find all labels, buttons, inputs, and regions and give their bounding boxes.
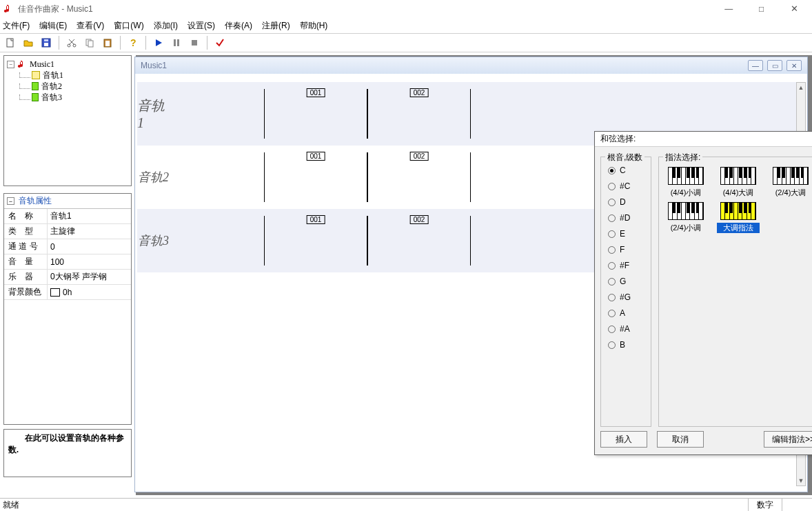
menu-edit[interactable]: 编辑(E) xyxy=(39,20,67,32)
stop-button[interactable] xyxy=(187,35,202,50)
help-button[interactable]: ? xyxy=(125,35,141,50)
dialog-title: 和弦选择: xyxy=(600,133,636,145)
maximize-button[interactable]: □ xyxy=(747,1,777,17)
new-button[interactable] xyxy=(3,35,18,50)
properties-title: 音轨属性 xyxy=(19,195,52,207)
root-radio-sharpG[interactable]: #G xyxy=(608,292,645,302)
measure[interactable]: 001 xyxy=(264,152,367,202)
radio-label: #F xyxy=(620,261,629,270)
root-radio-A[interactable]: A xyxy=(608,308,645,318)
play-button[interactable] xyxy=(151,35,166,50)
fingering-label: (2/4)小调 xyxy=(664,223,707,233)
child-maximize-button[interactable]: ▭ xyxy=(767,60,782,71)
prop-value[interactable]: 0h xyxy=(47,285,131,299)
tree-root[interactable]: − Music1 xyxy=(7,59,128,70)
menubar: 文件(F) 编辑(E) 查看(V) 窗口(W) 添加(I) 设置(S) 伴奏(A… xyxy=(0,18,812,33)
window-buttons: — □ ✕ xyxy=(713,1,809,17)
save-button[interactable] xyxy=(39,35,54,50)
fingering-item[interactable]: (4/4)小调 xyxy=(664,167,707,198)
radio-label: E xyxy=(620,229,625,239)
minimize-button[interactable]: — xyxy=(713,1,744,17)
root-radio-sharpC[interactable]: #C xyxy=(608,181,645,191)
measure[interactable]: 002 xyxy=(367,89,471,139)
root-radio-D[interactable]: D xyxy=(608,197,645,207)
radio-icon xyxy=(608,230,616,238)
track-label: 音轨2 xyxy=(137,146,174,209)
fingering-item[interactable]: (4/4)大调 xyxy=(717,167,760,198)
prop-row-bgcolor: 背景颜色0h xyxy=(4,285,131,300)
root-radio-sharpF[interactable]: #F xyxy=(608,261,645,270)
radio-icon xyxy=(608,183,616,190)
measure[interactable]: 002 xyxy=(367,152,471,202)
root-radio-G[interactable]: G xyxy=(608,277,645,286)
child-close-button[interactable]: ✕ xyxy=(786,60,802,71)
app-icon xyxy=(3,3,14,14)
root-radio-sharpA[interactable]: #A xyxy=(608,324,645,334)
status-num: 数字 xyxy=(748,499,782,511)
tree-item[interactable]: 音轨2 xyxy=(7,81,128,92)
prop-value[interactable]: 主旋律 xyxy=(47,224,131,239)
fingering-label: (4/4)大调 xyxy=(717,188,760,198)
insert-button[interactable]: 插入 xyxy=(600,431,647,448)
close-button[interactable]: ✕ xyxy=(779,1,809,17)
menu-window[interactable]: 窗口(W) xyxy=(114,20,143,32)
cancel-button[interactable]: 取消 xyxy=(657,431,704,448)
root-radio-F[interactable]: F xyxy=(608,245,645,254)
menu-help[interactable]: 帮助(H) xyxy=(300,20,328,32)
menu-file[interactable]: 文件(F) xyxy=(3,20,30,32)
prop-row-channel: 通 道 号0 xyxy=(4,239,131,254)
root-radio-B[interactable]: B xyxy=(608,340,645,350)
radio-icon xyxy=(608,278,616,285)
pause-button[interactable] xyxy=(169,35,184,50)
prop-value[interactable]: 0 xyxy=(47,239,131,254)
radio-icon xyxy=(608,246,616,254)
tree-root-label: Music1 xyxy=(30,59,54,70)
dialog-titlebar: 和弦选择: ✕ xyxy=(595,132,812,147)
track-icon xyxy=(32,71,40,79)
collapse-icon[interactable]: − xyxy=(7,61,14,68)
tree-item[interactable]: 音轨1 xyxy=(7,70,128,81)
measure[interactable]: 001 xyxy=(264,216,367,265)
fingering-item[interactable]: (2/4)大调 xyxy=(769,167,812,198)
prop-row-volume: 音 量100 xyxy=(4,254,131,270)
radio-label: B xyxy=(620,340,625,350)
svg-rect-2 xyxy=(44,43,48,46)
copy-button[interactable] xyxy=(82,35,97,50)
root-radio-C[interactable]: C xyxy=(608,166,645,175)
fingering-fieldset: 指法选择: (4/4)小调(4/4)大调(2/4)大调(2/4)小调大调指法 xyxy=(658,157,812,427)
menu-view[interactable]: 查看(V) xyxy=(77,20,104,32)
fingering-label: (2/4)大调 xyxy=(769,188,812,198)
radio-icon xyxy=(608,341,616,349)
radio-label: #G xyxy=(620,292,631,302)
measure-number: 002 xyxy=(410,152,429,161)
child-minimize-button[interactable]: — xyxy=(748,60,763,71)
root-radio-E[interactable]: E xyxy=(608,229,645,239)
paste-button[interactable] xyxy=(100,35,115,50)
properties-panel: − 音轨属性 名 称音轨1 类 型主旋律 通 道 号0 音 量100 乐 器0大… xyxy=(3,193,132,425)
prop-value[interactable]: 100 xyxy=(47,254,131,269)
measure[interactable]: 001 xyxy=(264,89,367,139)
open-button[interactable] xyxy=(21,35,36,50)
edit-fingering-button[interactable]: 编辑指法>> xyxy=(764,431,812,448)
radio-icon xyxy=(608,294,616,301)
measure-number: 001 xyxy=(307,152,325,161)
cut-button[interactable] xyxy=(64,35,79,50)
prop-value[interactable]: 0大钢琴 声学钢 xyxy=(47,270,131,284)
tree-item[interactable]: 音轨3 xyxy=(7,92,128,103)
measure[interactable]: 002 xyxy=(367,216,471,265)
fingering-item[interactable]: 大调指法 xyxy=(717,202,760,233)
menu-register[interactable]: 注册(R) xyxy=(262,20,290,32)
fingering-item[interactable]: (2/4)小调 xyxy=(664,202,707,233)
mdi-area: Music1 — ▭ ✕ 音轨1001002音轨2001002音轨3001002… xyxy=(136,55,812,495)
check-button[interactable] xyxy=(212,35,227,50)
menu-setup[interactable]: 设置(S) xyxy=(187,20,215,32)
svg-rect-9 xyxy=(105,41,110,46)
menu-accomp[interactable]: 伴奏(A) xyxy=(225,20,252,32)
prop-value[interactable]: 音轨1 xyxy=(47,209,131,223)
root-radio-sharpD[interactable]: #D xyxy=(608,213,645,223)
svg-rect-12 xyxy=(177,39,179,46)
collapse-icon[interactable]: − xyxy=(7,197,14,205)
prop-row-instrument: 乐 器0大钢琴 声学钢 xyxy=(4,270,131,285)
menu-add[interactable]: 添加(I) xyxy=(154,20,178,32)
toolbar: ? xyxy=(0,33,812,52)
